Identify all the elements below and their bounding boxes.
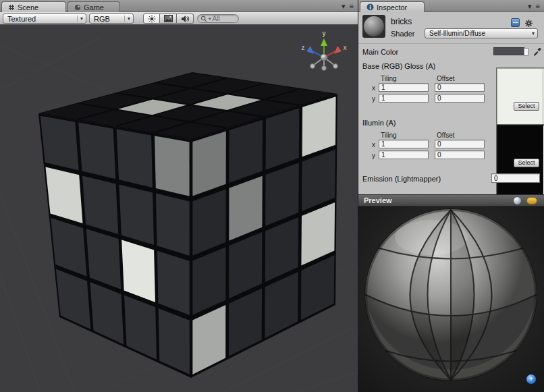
chevron-down-icon: ▾ <box>77 16 84 22</box>
chevron-down-icon: ▾ <box>124 16 132 22</box>
search-filter-chevron-icon[interactable]: ▾ <box>209 16 211 22</box>
color-mode-dropdown[interactable]: RGB ▾ <box>89 13 134 24</box>
gizmo-negative-axis-handle[interactable] <box>310 64 315 69</box>
speaker-icon <box>181 15 190 23</box>
color-mode-label: RGB <box>94 15 121 23</box>
chevron-down-icon: ▾ <box>529 30 536 36</box>
search-scope-label: All <box>213 15 220 22</box>
offset-header: Offset <box>437 132 455 139</box>
illumin-texture-select-button[interactable]: Select <box>514 159 539 167</box>
gizmo-x-label: x <box>344 44 347 51</box>
skybox-toggle-button[interactable] <box>160 13 177 24</box>
scene-grid-icon <box>8 4 15 11</box>
base-tiling-x-input[interactable] <box>379 83 429 92</box>
lighting-toggle-button[interactable] <box>143 13 160 24</box>
divider <box>358 43 544 44</box>
base-section-label: Base (RGB) Gloss (A) <box>362 62 435 70</box>
illumin-x-row-label: x <box>372 141 375 148</box>
gizmo-z-axis-handle[interactable] <box>306 46 314 54</box>
shader-label: Shader <box>391 30 414 38</box>
emission-label: Emission (Lightmapper) <box>362 175 441 183</box>
base-y-row-label: y <box>372 95 375 103</box>
material-preview-area[interactable]: + <box>358 206 544 392</box>
preview-sphere-icon[interactable] <box>514 197 521 204</box>
illumin-tiling-x-input[interactable] <box>379 140 429 148</box>
preview-sphere-render <box>358 206 544 392</box>
unity-editor-window: Scene Game ▾ ≡ Textured ▾ RGB ▾ <box>0 0 544 392</box>
gizmo-negative-axis-handle[interactable] <box>322 66 327 71</box>
sun-icon <box>148 15 156 23</box>
help-book-icon[interactable] <box>511 18 520 27</box>
scene-3d-render: y x z <box>0 25 358 392</box>
preview-title: Preview <box>364 196 392 204</box>
gizmo-z-label: z <box>302 44 305 51</box>
pane-menu-icon[interactable]: ≡ <box>350 2 354 10</box>
info-icon <box>366 3 374 11</box>
tiling-header: Tiling <box>381 75 397 82</box>
textured-cube <box>38 72 337 378</box>
tab-inspector[interactable]: Inspector <box>360 1 425 12</box>
scene-search-field[interactable]: ▾ All <box>197 14 239 23</box>
inspector-pane: Inspector ▾ ≡ bricks Shader Self-Illumin… <box>358 0 544 392</box>
base-tiling-y-input[interactable] <box>379 94 429 103</box>
tab-scene[interactable]: Scene <box>1 1 66 12</box>
illumin-section-label: Illumin (A) <box>362 119 396 127</box>
base-texture-select-button[interactable]: Select <box>514 102 539 111</box>
illumin-y-row-label: y <box>372 152 375 159</box>
audio-toggle-button[interactable] <box>177 13 194 24</box>
base-offset-x-input[interactable] <box>435 83 485 92</box>
inspector-tabstrip: Inspector ▾ ≡ <box>358 0 544 12</box>
gizmo-y-label: y <box>323 30 326 37</box>
illumin-offset-x-input[interactable] <box>435 140 485 148</box>
inspector-pane-controls: ▾ ≡ <box>528 2 540 10</box>
eyedropper-icon[interactable] <box>533 46 542 56</box>
tiling-header: Tiling <box>381 132 397 139</box>
main-color-label: Main Color <box>362 48 398 56</box>
pane-menu-icon[interactable]: ≡ <box>536 2 540 10</box>
gizmo-y-axis-handle[interactable] <box>321 38 327 46</box>
scene-tabstrip: Scene Game ▾ ≡ <box>0 0 358 12</box>
offset-header: Offset <box>437 75 455 82</box>
main-color-swatch[interactable] <box>493 47 524 55</box>
game-icon <box>74 4 81 11</box>
gizmo-negative-axis-handle[interactable] <box>333 64 338 69</box>
material-sphere-icon <box>364 16 384 36</box>
scene-viewport[interactable]: y x z <box>0 25 358 392</box>
illumin-offset-y-input[interactable] <box>435 150 485 159</box>
pane-dropdown-icon[interactable]: ▾ <box>342 2 346 10</box>
draw-mode-dropdown[interactable]: Textured ▾ <box>3 13 86 24</box>
tab-scene-label: Scene <box>18 3 38 11</box>
gizmo-x-axis-handle[interactable] <box>334 46 342 54</box>
preview-add-button[interactable]: + <box>526 374 536 384</box>
scene-orientation-gizmo[interactable]: y x z <box>302 30 347 70</box>
preview-lighting-icon[interactable] <box>526 197 537 204</box>
gear-icon[interactable] <box>524 18 533 27</box>
tab-game[interactable]: Game <box>67 1 120 12</box>
base-offset-y-input[interactable] <box>435 94 485 103</box>
material-name: bricks <box>391 17 412 26</box>
tab-game-label: Game <box>84 3 104 11</box>
pane-dropdown-icon[interactable]: ▾ <box>528 2 532 10</box>
preview-header[interactable]: Preview <box>358 194 544 206</box>
draw-mode-label: Textured <box>7 15 74 23</box>
color-alpha-chip <box>524 48 528 56</box>
image-icon <box>164 15 173 22</box>
shader-value: Self-Illumin/Diffuse <box>429 30 529 37</box>
scene-pane-controls: ▾ ≡ <box>342 2 354 10</box>
material-preview-thumbnail <box>362 15 385 38</box>
tab-inspector-label: Inspector <box>377 3 407 11</box>
search-icon <box>200 16 207 22</box>
illumin-tiling-y-input[interactable] <box>379 150 429 159</box>
scene-pane: Scene Game ▾ ≡ Textured ▾ RGB ▾ <box>0 0 358 392</box>
base-x-row-label: x <box>372 84 375 92</box>
emission-input[interactable] <box>491 173 540 183</box>
scene-toolbar: Textured ▾ RGB ▾ <box>0 12 358 25</box>
gizmo-center-handle[interactable] <box>321 54 327 61</box>
shader-dropdown[interactable]: Self-Illumin/Diffuse ▾ <box>425 28 538 38</box>
